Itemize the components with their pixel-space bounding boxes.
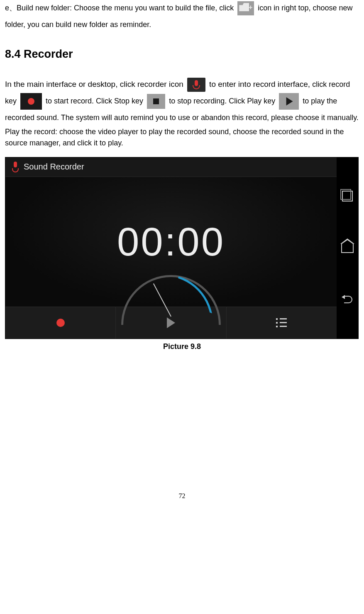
- vu-meter: [121, 267, 221, 296]
- folder-plus-icon: [237, 1, 254, 15]
- app-title: Sound Recorder: [24, 162, 84, 172]
- record-dot-icon: [56, 319, 65, 327]
- page-number: 72: [5, 492, 359, 504]
- body-text-1a: In the main interface or desktop, click …: [5, 80, 186, 88]
- record-key-icon: [20, 93, 42, 110]
- list-icon: [276, 318, 287, 327]
- timer-display: 00:00: [117, 219, 225, 265]
- android-navbar: [337, 157, 358, 339]
- timer-area: 00:00: [5, 177, 337, 307]
- body-text-1d: to start record. Click Stop key: [46, 97, 145, 105]
- microphone-icon: [11, 162, 20, 172]
- stop-key-icon: [147, 94, 165, 109]
- back-icon[interactable]: [342, 295, 352, 305]
- app-titlebar: Sound Recorder: [5, 157, 337, 177]
- home-icon[interactable]: [341, 244, 354, 253]
- intro-paragraph: e、Build new folder: Choose the menu you …: [5, 0, 359, 33]
- recent-apps-icon[interactable]: [342, 191, 353, 201]
- section-heading: 8.4 Recorder: [5, 48, 359, 61]
- play-key-icon: [279, 93, 299, 110]
- microphone-icon: [187, 78, 205, 92]
- figure-caption: Picture 9.8: [5, 342, 359, 351]
- screen-main: Sound Recorder 00:00: [5, 157, 337, 339]
- record-button[interactable]: [5, 307, 116, 339]
- list-button[interactable]: [227, 307, 337, 339]
- intro-text-prefix: e、Build new folder: Choose the menu you …: [5, 4, 236, 12]
- body-paragraph-1: In the main interface or desktop, click …: [5, 76, 359, 126]
- recorder-screenshot: Sound Recorder 00:00: [5, 157, 359, 339]
- body-paragraph-2: Play the record: choose the video player…: [5, 126, 359, 149]
- body-text-1e: to stop recording. Click Play key: [169, 97, 277, 105]
- body-text-1b: to enter into record interface,: [209, 80, 312, 88]
